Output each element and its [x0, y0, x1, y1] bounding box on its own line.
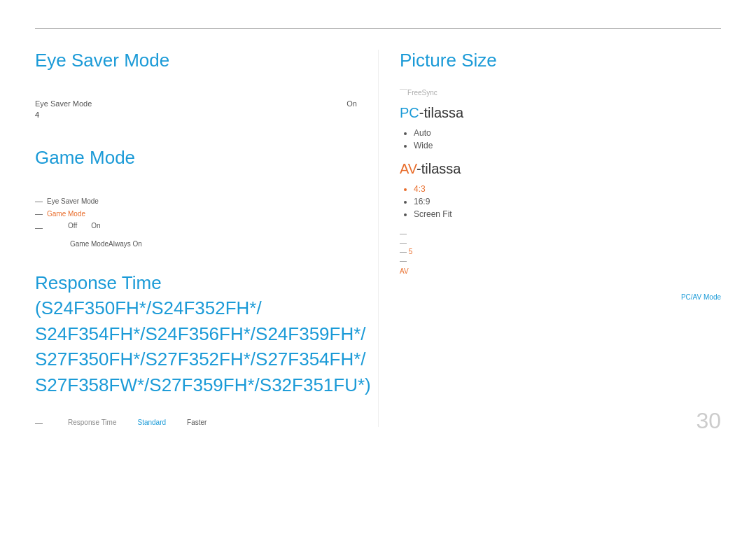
small-dash-4: —	[400, 257, 721, 265]
on-label: On	[91, 222, 100, 230]
dash-row-3: — Off On	[35, 222, 357, 232]
response-standard: Standard	[137, 419, 166, 426]
page-container: Eye Saver Mode Eye Saver Mode On 4 Game …	[0, 0, 756, 455]
eye-saver-label: Eye Saver Mode	[35, 99, 92, 108]
small-dash-1: —	[400, 230, 721, 237]
response-time-title: Response Time (S24F350FH*/S24F352FH*/ S2…	[35, 270, 357, 398]
dash-2: —	[35, 209, 43, 218]
response-dash-label: Response Time	[68, 419, 116, 426]
pc-item-wide: Wide	[414, 141, 721, 150]
freesync-label: ¯¯FreeSync	[400, 89, 438, 97]
picture-size-title: Picture Size	[400, 50, 721, 71]
always-on-row: Game ModeAlways On	[35, 237, 357, 249]
dash-row-2: — Game Mode	[35, 209, 357, 218]
game-mode-section: Game Mode — Eye Saver Mode — Game Mode —…	[35, 147, 357, 249]
pc-item-auto: Auto	[414, 128, 721, 138]
eye-saver-setting-row: Eye Saver Mode On	[35, 99, 357, 108]
left-column: Eye Saver Mode Eye Saver Mode On 4 Game …	[35, 50, 378, 427]
off-on-row: Off On	[68, 222, 101, 230]
av-item-screenfit: Screen Fit	[414, 209, 721, 219]
always-on-label: Game ModeAlways On	[70, 240, 142, 248]
av-item-169: 16:9	[414, 197, 721, 206]
dash-3: —	[35, 223, 43, 232]
small-dash-2: —	[400, 239, 721, 246]
pc-prefix: PC	[400, 105, 419, 120]
dash-row-1: — Eye Saver Mode	[35, 197, 357, 205]
dash-1: —	[35, 197, 43, 205]
pc-suffix: -tilassa	[419, 105, 463, 120]
small-dashes: — — — 5 — AV	[400, 230, 721, 275]
response-row: — Response Time Standard Faster	[35, 419, 357, 427]
av-list: 4:3 16:9 Screen Fit	[400, 184, 721, 219]
game-mode-title: Game Mode	[35, 147, 357, 169]
pcav-label: PC/AV Mode	[681, 293, 721, 301]
eye-saver-section: Eye Saver Mode Eye Saver Mode On 4	[35, 50, 357, 119]
pc-section: PC-tilassa Auto Wide	[400, 105, 721, 150]
av-prefix: AV	[400, 161, 416, 176]
av-item-43: 4:3	[414, 184, 721, 194]
dash-label-1: Eye Saver Mode	[47, 197, 99, 205]
av-label: AV	[400, 267, 721, 275]
eye-saver-number: 4	[35, 111, 357, 119]
pc-list: Auto Wide	[400, 128, 721, 150]
two-col-layout: Eye Saver Mode Eye Saver Mode On 4 Game …	[35, 50, 721, 427]
right-column: Picture Size ¯¯FreeSync PC-tilassa Auto …	[378, 50, 721, 427]
pc-title: PC-tilassa	[400, 105, 721, 121]
top-divider	[35, 28, 721, 29]
av-section: AV-tilassa 4:3 16:9 Screen Fit	[400, 161, 721, 219]
page-number: 30	[696, 408, 721, 434]
av-title: AV-tilassa	[400, 161, 721, 177]
dash-label-2: Game Mode	[47, 210, 85, 218]
off-label: Off	[68, 222, 77, 230]
eye-saver-value: On	[346, 99, 357, 108]
response-time-section: Response Time (S24F350FH*/S24F352FH*/ S2…	[35, 270, 357, 427]
small-dash-3: — 5	[400, 248, 721, 255]
eye-saver-title: Eye Saver Mode	[35, 50, 357, 71]
response-faster: Faster	[187, 419, 206, 426]
av-suffix: -tilassa	[416, 161, 461, 176]
response-dash: —	[35, 419, 43, 427]
